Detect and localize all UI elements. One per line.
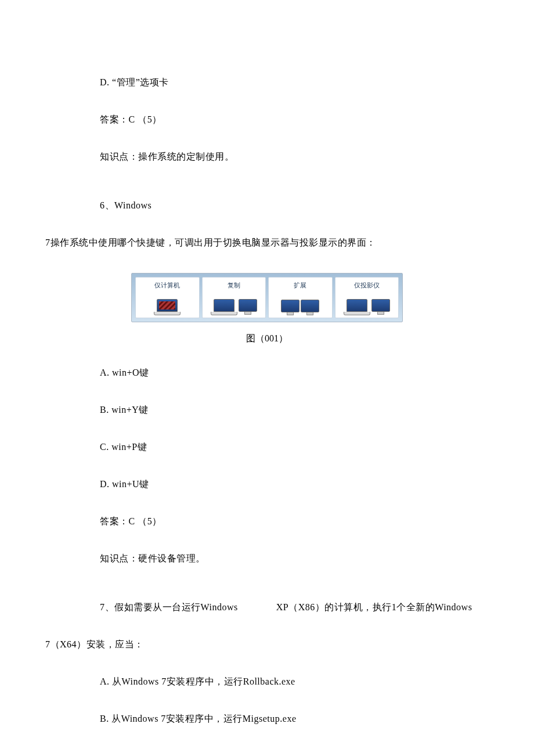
projector-only-icon <box>337 292 398 315</box>
answer-6: 答案：C （5） <box>45 514 489 528</box>
tile-label: 复制 <box>204 281 265 290</box>
option-d-6: D. win+U键 <box>45 477 489 491</box>
tile-duplicate: 复制 <box>202 277 266 318</box>
option-a-6: A. win+O键 <box>45 366 489 380</box>
option-d: D. “管理”选项卡 <box>45 75 489 89</box>
answer-5: 答案：C （5） <box>45 113 489 127</box>
knowledge-point-5: 知识点：操作系统的定制使用。 <box>45 150 489 164</box>
display-mode-panel: 仅计算机 复制 扩展 <box>131 273 403 322</box>
question-6-part1: 6、Windows <box>45 199 489 213</box>
duplicate-icon <box>204 292 265 315</box>
question-7-part1: 7、假如需要从一台运行Windows XP（X86）的计算机，执行1个全新的Wi… <box>45 600 489 614</box>
extend-icon <box>270 292 331 315</box>
knowledge-point-6: 知识点：硬件设备管理。 <box>45 552 489 566</box>
tile-computer-only: 仅计算机 <box>135 277 200 318</box>
option-a-7: A. 从Windows 7安装程序中，运行Rollback.exe <box>45 675 489 689</box>
figure-caption: 图（001） <box>45 333 489 345</box>
document-page: D. “管理”选项卡 答案：C （5） 知识点：操作系统的定制使用。 6、Win… <box>0 0 534 756</box>
figure-001: 仅计算机 复制 扩展 <box>45 273 489 322</box>
computer-only-icon <box>137 292 198 315</box>
option-b-7: B. 从Windows 7安装程序中，运行Migsetup.exe <box>45 712 489 726</box>
option-b-6: B. win+Y键 <box>45 403 489 417</box>
tile-label: 仅投影仪 <box>337 281 398 290</box>
option-c-6: C. win+P键 <box>45 440 489 454</box>
tile-projector-only: 仅投影仪 <box>335 277 399 318</box>
tile-extend: 扩展 <box>268 277 333 318</box>
question-7-part2: 7（X64）安装，应当： <box>45 638 489 651</box>
tile-label: 扩展 <box>270 281 331 290</box>
question-6-part2: 7操作系统中使用哪个快捷键，可调出用于切换电脑显示器与投影显示的界面： <box>45 236 489 250</box>
tile-label: 仅计算机 <box>137 281 198 290</box>
